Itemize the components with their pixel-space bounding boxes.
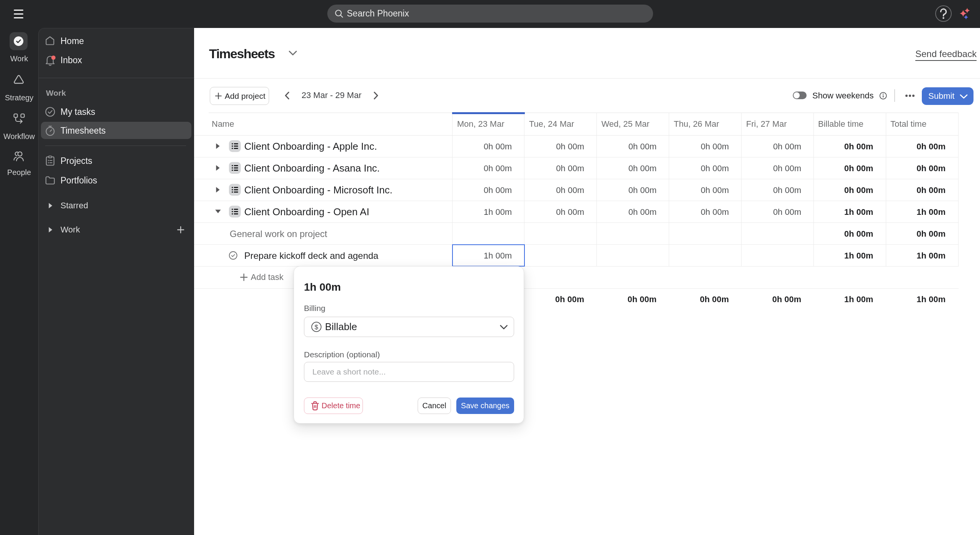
svg-text:$: $ (315, 324, 318, 331)
